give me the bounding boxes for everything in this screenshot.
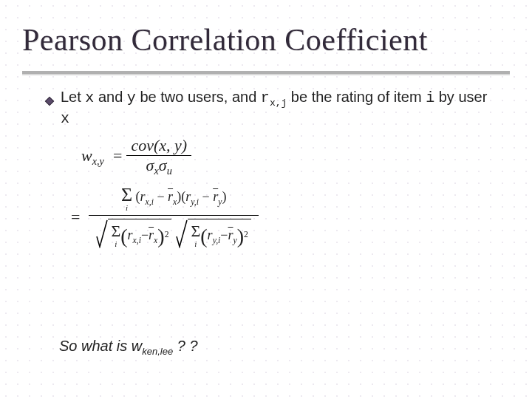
var-i: i (426, 89, 434, 106)
lpar: ( (200, 226, 207, 247)
sigma-glyph: Σ (121, 185, 132, 205)
fraction: cov(x, y) σxσu (126, 137, 191, 174)
diamond-bullet-icon (44, 92, 55, 112)
formula-area: wx,y = cov(x, y) σxσu = (44, 129, 488, 248)
radical-icon (176, 219, 188, 248)
text: be two users, and (136, 89, 261, 105)
bullet-text: Let x and y be two users, and rx,j be th… (61, 87, 488, 129)
minus: − (220, 228, 228, 242)
title-area: Pearson Correlation Coefficient (0, 0, 532, 64)
var-y: y (127, 89, 136, 106)
bullet-item: Let x and y be two users, and rx,j be th… (44, 87, 488, 129)
question-pre: So what is w (59, 338, 142, 354)
sqrt: Σ i (ry,i − ry)2 (176, 219, 250, 248)
question-sub: ken,lee (142, 346, 173, 357)
lpar: ( (120, 226, 127, 247)
sigma: σ (159, 156, 167, 174)
slide: Pearson Correlation Coefficient Let x an… (0, 0, 532, 399)
text: be the rating of item (287, 89, 426, 105)
denominator: Σ i (rx,i − rx)2 (89, 215, 258, 248)
rpar: ) (237, 226, 244, 247)
sigma-icon: Σ i (121, 185, 132, 212)
equation-2: = Σ i (rx,i − rx)(ry,i − ry) (66, 185, 488, 248)
r-bar: r (228, 228, 233, 242)
subscript: u (167, 165, 172, 177)
text: Let (61, 89, 85, 105)
rpar: ) (222, 189, 226, 204)
sqrt: Σ i (rx,i − rx)2 (96, 219, 171, 248)
numerator: Σ i (rx,i − rx)(ry,i − ry) (114, 185, 233, 215)
lhs: wx,y (81, 145, 104, 167)
radicand: Σ i (rx,i − rx)2 (108, 219, 171, 248)
r: r (128, 228, 133, 242)
text: by user (434, 89, 487, 105)
slide-title: Pearson Correlation Coefficient (22, 22, 510, 58)
radicand: Σ i (ry,i − ry)2 (188, 219, 250, 248)
question-post: ? ? (173, 338, 197, 354)
minus: − (199, 189, 213, 204)
subscript: x,y (92, 155, 104, 167)
radical-icon (96, 219, 108, 248)
sigma-icon: Σ i (191, 222, 200, 248)
var-r: rx,j (261, 89, 287, 106)
minus: − (154, 189, 168, 204)
sub: x,i (146, 197, 154, 207)
var-x: x (85, 89, 94, 106)
sigma-sub: i (115, 240, 117, 248)
sigma-sub: i (194, 240, 197, 248)
text: r (261, 89, 270, 106)
var-w: w (81, 146, 92, 165)
r: r (140, 189, 146, 204)
rpar: ) (157, 226, 164, 247)
text: and (94, 89, 126, 105)
var-x2: x (61, 110, 69, 127)
body-area: Let x and y be two users, and rx,j be th… (0, 74, 532, 248)
equals-sign: = (113, 145, 122, 167)
r: r (208, 228, 213, 242)
subscript: x,j (270, 98, 287, 109)
big-fraction: Σ i (rx,i − rx)(ry,i − ry) (89, 185, 258, 248)
equals-sign: = (71, 206, 80, 228)
minus: − (141, 228, 149, 242)
footer-question: So what is wken,lee ? ? (59, 338, 198, 355)
sigma-glyph: Σ (191, 222, 200, 241)
numerator: cov(x, y) (131, 136, 187, 154)
equation-1: wx,y = cov(x, y) σxσu (81, 137, 488, 174)
sigma-glyph: Σ (111, 222, 120, 241)
sigma-icon: Σ i (111, 222, 120, 248)
sub: x,i (133, 236, 141, 245)
sub: y,i (191, 197, 199, 207)
svg-rect-0 (45, 97, 53, 105)
sub: y,i (213, 236, 221, 245)
sigma-sub: i (126, 204, 128, 212)
sigma: σ (146, 156, 154, 174)
